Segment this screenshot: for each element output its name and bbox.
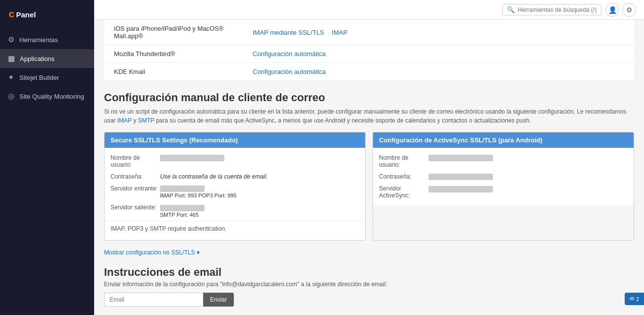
password-blurred-as — [429, 174, 493, 180]
outgoing-ports: SMTP Port: 465 — [160, 212, 199, 218]
apps-icon: ▦ — [8, 54, 15, 63]
activesync-config-table: Configuración de ActiveSync SSL/TLS (par… — [373, 132, 634, 241]
user-icon[interactable]: 👤 — [605, 3, 619, 17]
topbar: 🔍 👤 ⚙ — [94, 0, 644, 20]
client-row: KDE Kmail Configuración automática — [104, 63, 634, 81]
manual-config-desc: Si no ve un script de configuración auto… — [104, 107, 634, 125]
sidebar-item-label: Applications — [20, 55, 54, 63]
manual-config-title: Configuración manual de cliente de corre… — [104, 91, 634, 104]
incoming-value: IMAP Port: 993 POP3 Port: 995 — [160, 185, 359, 199]
ssl-table-body: Nombre de usuario: Contraseña: Use la co… — [105, 148, 365, 240]
email-instructions-title: Instrucciones de email — [104, 266, 634, 279]
sitejet-icon: ✦ — [8, 73, 14, 82]
topbar-icons: 👤 ⚙ — [605, 3, 636, 17]
username-label: Nombre de usuario: — [110, 154, 160, 168]
client-name: Mozilla Thunderbird® — [114, 50, 253, 58]
incoming-ports: IMAP Port: 993 POP3 Port: 995 — [160, 192, 237, 198]
config-tables: Secure SSL/TLS Settings (Recomendado) No… — [104, 132, 634, 241]
username-value — [429, 154, 628, 161]
content-area: iOS para iPhone/iPad/iPod y MacOS® Mail.… — [94, 20, 644, 315]
incoming-label: Servidor entrante: — [110, 185, 160, 192]
feedback-bubble[interactable]: ✉ 2 — [625, 293, 644, 305]
notes-title: Notas: — [104, 314, 634, 315]
config-row-password: Contraseña: — [373, 171, 634, 183]
activesync-table-header: Configuración de ActiveSync SSL/TLS (par… — [373, 132, 634, 148]
outgoing-value: SMTP Port: 465 — [160, 204, 359, 218]
email-send-row: Enviar — [104, 293, 634, 307]
password-value: Use la contraseña de la cuenta de email. — [160, 173, 359, 180]
password-label: Contraseña: — [110, 173, 160, 180]
config-row-password: Contraseña: Use la contraseña de la cuen… — [105, 171, 365, 183]
svg-text:Panel: Panel — [16, 10, 36, 19]
tools-icon: ⚙ — [8, 35, 14, 44]
username-blurred — [160, 155, 224, 161]
logo: c Panel — [0, 0, 94, 30]
sidebar-item-quality[interactable]: ◎ Site Quality Monitoring — [0, 87, 94, 106]
sidebar-item-label: Sitejet Builder — [19, 74, 59, 81]
show-nonssl-link[interactable]: Mostrar configuración no SSL/TLS ▾ — [104, 249, 200, 256]
username-label: Nombre de usuario: — [379, 154, 429, 168]
show-nonssl-label: Mostrar configuración no SSL/TLS — [104, 249, 195, 256]
password-value — [429, 173, 628, 180]
sidebar: c Panel ⚙ Herramientas ▦ Applications ✦ … — [0, 0, 94, 315]
password-label: Contraseña: — [379, 173, 429, 180]
ssl-config-table: Secure SSL/TLS Settings (Recomendado) No… — [104, 132, 366, 241]
config-row-username: Nombre de usuario: — [105, 152, 365, 171]
config-row-username: Nombre de usuario: — [373, 152, 634, 171]
feedback-icon: ✉ — [630, 296, 634, 302]
username-value — [160, 154, 359, 161]
ssl-table-header: Secure SSL/TLS Settings (Recomendado) — [105, 132, 365, 148]
email-field[interactable] — [104, 293, 203, 307]
incoming-server-blurred — [160, 186, 205, 192]
username-blurred-as — [429, 155, 493, 161]
sidebar-item-applications[interactable]: ▦ Applications — [0, 49, 94, 68]
chevron-down-icon: ▾ — [197, 249, 200, 256]
config-row-outgoing: Servidor saliente: SMTP Port: 465 — [105, 201, 365, 220]
client-name: KDE Kmail — [114, 68, 253, 75]
main-content: 🔍 👤 ⚙ iOS para iPhone/iPad/iPod y MacOS®… — [94, 0, 644, 315]
outgoing-server-blurred — [160, 205, 205, 211]
server-value — [429, 185, 628, 192]
settings-icon[interactable]: ⚙ — [622, 3, 636, 17]
search-box[interactable]: 🔍 — [502, 4, 601, 15]
email-instructions-desc: Enviar información de la configuración p… — [104, 281, 634, 288]
activesync-table-body: Nombre de usuario: Contraseña: Servidor … — [373, 148, 634, 205]
search-input[interactable] — [518, 6, 597, 13]
send-button[interactable]: Enviar — [203, 293, 234, 307]
config-note: IMAP, POP3 y SMTP require authentication… — [105, 221, 365, 236]
sidebar-item-label: Site Quality Monitoring — [19, 93, 84, 100]
config-row-incoming: Servidor entrante: IMAP Port: 993 POP3 P… — [105, 183, 365, 201]
quality-icon: ◎ — [8, 92, 14, 101]
client-rows: iOS para iPhone/iPad/iPod y MacOS® Mail.… — [104, 20, 634, 81]
client-name: iOS para iPhone/iPad/iPod y MacOS® Mail.… — [114, 25, 253, 40]
client-row: iOS para iPhone/iPad/iPod y MacOS® Mail.… — [104, 20, 634, 45]
client-link[interactable]: IMAP mediante SSL/TLS IMAP — [253, 29, 347, 36]
sidebar-item-sitejet[interactable]: ✦ Sitejet Builder — [0, 68, 94, 87]
svg-text:c: c — [9, 8, 15, 19]
client-link[interactable]: Configuración automática — [253, 50, 325, 58]
sidebar-item-herramientas[interactable]: ⚙ Herramientas — [0, 30, 94, 49]
sidebar-item-label: Herramientas — [19, 36, 58, 44]
outgoing-label: Servidor saliente: — [110, 204, 160, 211]
feedback-count: 2 — [636, 296, 639, 302]
server-blurred-as — [429, 186, 493, 192]
search-icon: 🔍 — [507, 6, 515, 13]
server-label: Servidor ActiveSync: — [379, 185, 429, 199]
config-row-server: Servidor ActiveSync: — [373, 183, 634, 201]
client-row: Mozilla Thunderbird® Configuración autom… — [104, 45, 634, 63]
client-link[interactable]: Configuración automática — [253, 68, 325, 75]
